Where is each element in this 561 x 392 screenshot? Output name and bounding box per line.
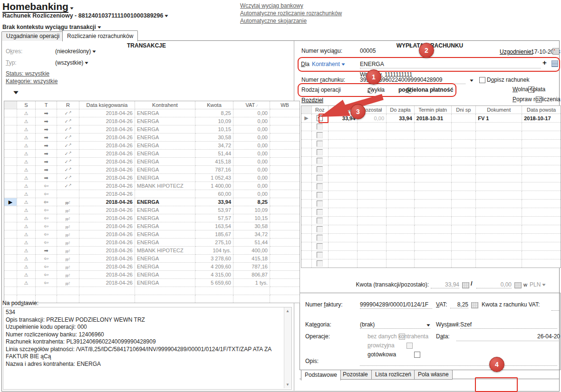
empty-settlement-row[interactable] (301, 251, 561, 259)
app-title[interactable]: Homebanking (2, 1, 68, 13)
column-header[interactable]: T (36, 101, 57, 109)
transaction-row[interactable]: ⚠⇦pp↑2018-04-26ENERGA4 209,60787,16 (4, 263, 300, 271)
calendar-icon[interactable] (552, 48, 560, 55)
typ-select[interactable]: (wszystkie)▼ (55, 59, 88, 66)
details-scrollbar[interactable]: ▲ ▼ (284, 307, 291, 388)
row-selector-cell[interactable]: ▶ (4, 198, 17, 206)
transaction-row[interactable]: ⚠⇦pp↑2018-04-26ENERGA275,1051,44 (4, 239, 300, 247)
numer-faktury-input[interactable]: 999904289/00001/0124/1F (360, 301, 432, 309)
row-selector-cell[interactable] (4, 279, 17, 287)
account-selector[interactable]: Rachunek Rozliczeniowy - 881240103711110… (2, 12, 168, 19)
currency-dropdown-icon[interactable]: ▼ (541, 283, 547, 287)
radio-podzielona-label[interactable]: podzielona płatność (398, 86, 453, 93)
typ-dropdown-icon[interactable]: ▼ (84, 61, 89, 65)
rozliczenie-checkbox[interactable] (317, 132, 323, 138)
transaction-row[interactable]: ⚠➡✓↗2018-04-26ENERGA30,580,00 (4, 134, 300, 142)
row-selector-cell[interactable] (4, 174, 17, 182)
empty-settlement-row[interactable] (301, 123, 561, 131)
data-value[interactable]: 26-04-20 (518, 333, 560, 340)
transaction-row[interactable]: ⚠⇦pp↑2018-04-26ENERGA4 315,00806,87 (4, 271, 300, 279)
kategoria-select[interactable]: (brak) (360, 321, 430, 329)
empty-settlement-row[interactable] (301, 148, 561, 157)
rozliczenie-checkbox[interactable] (317, 124, 323, 130)
row-selector-cell[interactable] (4, 222, 17, 230)
row-selector-cell[interactable] (4, 134, 17, 142)
rozliczenie-checkbox[interactable] (317, 149, 323, 155)
transaction-row[interactable]: ▶⚠⇦pp↑2018-04-26ENERGA33,948,25 (4, 198, 300, 206)
empty-settlement-row[interactable] (301, 217, 561, 225)
transaction-row[interactable]: ⚠➡✓↗2018-04-26ENERGA51,440,00 (4, 150, 300, 158)
row-selector-cell[interactable] (4, 206, 17, 214)
filter-expand-icon[interactable]: ▼ (12, 89, 20, 95)
status-filter-link[interactable]: Status: wszystkie (6, 70, 49, 77)
rozliczenie-checkbox[interactable] (317, 243, 323, 249)
empty-settlement-row[interactable] (301, 174, 561, 182)
empty-settlement-row[interactable] (301, 234, 561, 242)
uzgodnienie-link[interactable]: Uzgodnienie: (500, 48, 533, 55)
empty-settlement-row[interactable] (301, 165, 561, 174)
calculator-icon-1[interactable] (462, 282, 469, 288)
column-header[interactable]: Kwota (195, 101, 233, 109)
row-selector-cell[interactable] (4, 125, 17, 134)
empty-row[interactable] (4, 287, 300, 295)
scroll-up-icon[interactable]: ▲ (286, 309, 290, 313)
rozliczenie-checkbox[interactable] (317, 235, 323, 241)
rozliczenie-checkbox[interactable] (317, 226, 323, 232)
tab-pola-wlasne[interactable]: Pola własne (414, 370, 453, 380)
rozliczenie-checkbox[interactable] (317, 260, 323, 267)
tab-podstawowe[interactable]: Podstawowe (301, 370, 341, 381)
statement-context-selector[interactable]: Brak kontekstu wyciągu transakcji▼ (2, 24, 101, 30)
rozliczenie-checkbox[interactable] (317, 166, 323, 172)
empty-settlement-row[interactable] (301, 157, 561, 165)
rachunek-dropdown-icon[interactable]: ▼ (469, 78, 474, 83)
column-header[interactable] (4, 101, 17, 109)
account-dropdown-icon[interactable]: ▼ (164, 14, 169, 18)
empty-settlement-row[interactable] (301, 131, 561, 140)
column-header[interactable]: Kontrahent (135, 101, 195, 109)
row-selector-cell[interactable] (4, 182, 17, 190)
rozliczenie-checkbox[interactable] (317, 218, 323, 224)
empty-settlement-row[interactable] (301, 140, 561, 148)
column-header[interactable]: Termin płatn (414, 106, 451, 114)
opis-input-underline[interactable] (360, 365, 557, 366)
column-header[interactable]: Dni sp (451, 106, 476, 114)
empty-settlement-row[interactable] (301, 182, 561, 191)
transaction-row[interactable]: ⚠⇦pp↑2018-04-26ENERGA53,9710,09 (4, 206, 300, 214)
column-header[interactable]: WB (270, 101, 300, 109)
rozliczenie-checkbox[interactable] (317, 141, 323, 147)
tab-lista-rozliczen[interactable]: Lista rozliczeń (371, 370, 415, 380)
gotowkowa-checkbox[interactable] (414, 352, 420, 358)
row-selector-cell[interactable] (4, 247, 17, 255)
transaction-row[interactable]: ⚠⇦pp↑2018-04-26ENERGA5 659,601 tys. (4, 279, 300, 287)
gotowkowa-label[interactable]: gotówkowa (368, 351, 396, 358)
okres-select[interactable]: (nieokreślony)▼ (55, 48, 96, 55)
calculator-icon-vat[interactable] (471, 302, 478, 308)
row-selector-cell[interactable] (4, 150, 17, 158)
rozliczenie-checkbox[interactable] (317, 192, 323, 198)
column-header[interactable]: R (57, 101, 79, 109)
calculator-icon-2[interactable] (514, 282, 522, 288)
kwota-transakcja-value[interactable]: 33,94 (431, 281, 459, 288)
transaction-row[interactable]: ⚠⇦pp↑2018-04-26ENERGA57,5710,15 (4, 214, 300, 222)
row-selector-cell[interactable] (4, 230, 17, 239)
transaction-row[interactable]: ⚠➡✓↗2018-04-26ENERGA34,720,00 (4, 142, 300, 150)
row-selector-cell[interactable] (4, 117, 17, 125)
transaction-row[interactable]: ⚠⇦2018-04-2660,000,00 (4, 190, 300, 198)
transaction-row[interactable]: ⚠➡✓↗2018-04-26ENERGA787,160,00 (4, 166, 300, 174)
row-selector-cell[interactable] (4, 158, 17, 166)
empty-settlement-row[interactable] (301, 191, 561, 200)
row-selector-cell[interactable]: ▶ (301, 114, 312, 123)
column-header[interactable]: Dokument (476, 106, 522, 114)
dla-type-dropdown-icon[interactable]: ▼ (340, 62, 346, 67)
rozliczenie-checkbox[interactable] (317, 201, 323, 207)
kategorie-filter-link[interactable]: Kategorie: wszystkie (6, 78, 58, 85)
rozliczenie-checkbox[interactable] (317, 209, 323, 215)
currency-select[interactable]: PLN▼ (530, 281, 546, 288)
contractor-list-icon[interactable] (551, 60, 558, 67)
kwota-vat-input-stub[interactable] (551, 310, 559, 311)
empty-settlement-row[interactable] (301, 208, 561, 217)
dla-type-select[interactable]: Kontrahent▼ (312, 61, 345, 67)
transaction-row[interactable]: ⚠➡pp↑2018-04-26MBANK HIPOTECZ104 tys.400… (4, 247, 300, 255)
row-selector-cell[interactable] (4, 166, 17, 174)
row-selector-cell[interactable] (4, 239, 17, 247)
